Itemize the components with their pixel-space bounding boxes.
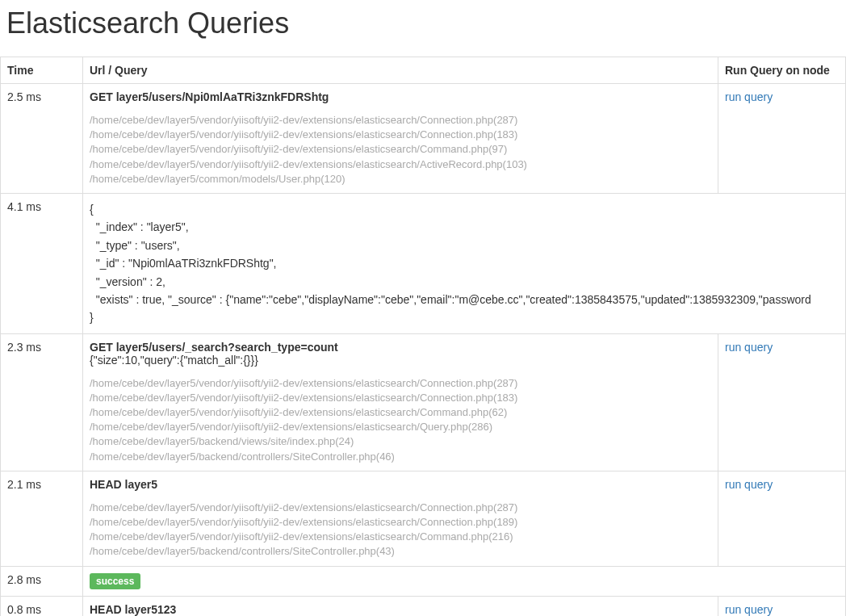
query-cell: HEAD layer5/home/cebe/dev/layer5/vendor/… [83,471,718,566]
trace-line: /home/cebe/dev/layer5/vendor/yiisoft/yii… [90,376,711,391]
trace-line: /home/cebe/dev/layer5/vendor/yiisoft/yii… [90,391,711,405]
trace-line: /home/cebe/dev/layer5/backend/controller… [90,450,711,464]
time-cell: 0.8 ms [1,596,83,616]
stack-trace: /home/cebe/dev/layer5/vendor/yiisoft/yii… [90,501,711,559]
query-title: GET layer5/users/Npi0mlAaTRi3znkFDRShtg [90,90,711,103]
query-title: HEAD layer5123 [90,603,711,616]
trace-line: /home/cebe/dev/layer5/backend/controller… [90,544,711,559]
trace-line: /home/cebe/dev/layer5/vendor/yiisoft/yii… [90,157,711,172]
th-time: Time [1,57,83,84]
th-url-query: Url / Query [83,57,718,84]
table-row: 2.8 mssuccess [1,566,846,596]
query-cell: GET layer5/users/_search?search_type=cou… [83,333,718,471]
page-title: Elasticsearch Queries [6,6,846,40]
run-query-link[interactable]: run query [725,90,773,103]
run-query-link[interactable]: run query [725,603,773,616]
json-response-cell: { "_index" : "layer5", "_type" : "users"… [83,193,846,333]
table-row: 4.1 ms{ "_index" : "layer5", "_type" : "… [1,193,846,333]
trace-line: /home/cebe/dev/layer5/common/models/User… [90,172,711,186]
status-badge: success [90,573,140,589]
trace-line: /home/cebe/dev/layer5/vendor/yiisoft/yii… [90,530,711,544]
time-cell: 2.1 ms [1,471,83,566]
run-query-link[interactable]: run query [725,478,773,491]
trace-line: /home/cebe/dev/layer5/vendor/yiisoft/yii… [90,501,711,515]
run-query-link[interactable]: run query [725,341,773,354]
table-row: 2.1 msHEAD layer5/home/cebe/dev/layer5/v… [1,471,846,566]
trace-line: /home/cebe/dev/layer5/vendor/yiisoft/yii… [90,113,711,128]
status-cell: success [83,566,846,596]
trace-line: /home/cebe/dev/layer5/vendor/yiisoft/yii… [90,128,711,142]
time-cell: 4.1 ms [1,193,83,333]
time-cell: 2.3 ms [1,333,83,471]
stack-trace: /home/cebe/dev/layer5/vendor/yiisoft/yii… [90,376,711,464]
trace-line: /home/cebe/dev/layer5/vendor/yiisoft/yii… [90,515,711,530]
trace-line: /home/cebe/dev/layer5/backend/views/site… [90,434,711,449]
table-row: 0.8 msHEAD layer5123run query [1,596,846,616]
trace-line: /home/cebe/dev/layer5/vendor/yiisoft/yii… [90,420,711,434]
run-cell: run query [718,333,846,471]
query-title: HEAD layer5 [90,478,711,491]
query-cell: HEAD layer5123 [83,596,718,616]
trace-line: /home/cebe/dev/layer5/vendor/yiisoft/yii… [90,405,711,420]
time-cell: 2.5 ms [1,84,83,194]
stack-trace: /home/cebe/dev/layer5/vendor/yiisoft/yii… [90,113,711,186]
table-row: 2.3 msGET layer5/users/_search?search_ty… [1,333,846,471]
queries-table: Time Url / Query Run Query on node 2.5 m… [0,57,846,616]
time-cell: 2.8 ms [1,566,83,596]
th-run-node: Run Query on node [718,57,846,84]
query-body: {"size":10,"query":{"match_all":{}}} [90,354,711,367]
query-cell: GET layer5/users/Npi0mlAaTRi3znkFDRShtg/… [83,84,718,194]
trace-line: /home/cebe/dev/layer5/vendor/yiisoft/yii… [90,142,711,157]
run-cell: run query [718,84,846,194]
run-cell: run query [718,596,846,616]
table-row: 2.5 msGET layer5/users/Npi0mlAaTRi3znkFD… [1,84,846,194]
query-title: GET layer5/users/_search?search_type=cou… [90,341,711,354]
run-cell: run query [718,471,846,566]
